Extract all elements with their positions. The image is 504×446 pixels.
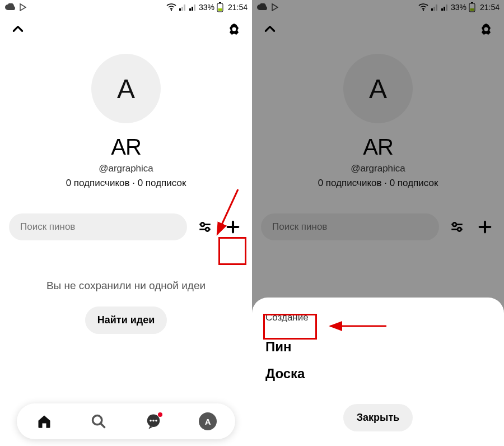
empty-state: Вы не сохранили ни одной идеи Найти идеи	[0, 280, 252, 334]
nav-search[interactable]	[86, 409, 111, 434]
sheet-option-pin[interactable]: Пин	[265, 333, 491, 360]
sliders-icon	[198, 220, 212, 234]
avatar-letter: A	[117, 73, 135, 104]
signal-2-icon	[189, 3, 197, 11]
svg-point-0	[171, 10, 172, 11]
avatar[interactable]: A	[91, 54, 161, 123]
clock-text: 21:54	[228, 3, 248, 12]
bottom-nav: A	[17, 403, 235, 439]
svg-point-5	[200, 222, 204, 226]
svg-point-11	[155, 420, 157, 422]
avatar-mini: A	[199, 412, 217, 430]
svg-point-10	[152, 420, 155, 422]
screen-create-sheet: 33% 21:54 A AR @argraphica 0 подписчиков…	[252, 0, 504, 446]
sheet-close-button[interactable]: Закрыть	[343, 404, 413, 431]
screen-profile: 33% 21:54 A AR @argraphica 0 подписчиков…	[0, 0, 252, 446]
sheet-option-board[interactable]: Доска	[265, 360, 491, 387]
add-button[interactable]	[223, 217, 243, 237]
gear-icon	[227, 22, 241, 36]
battery-icon	[217, 2, 223, 12]
home-icon	[36, 414, 52, 429]
svg-point-9	[150, 420, 152, 422]
svg-rect-3	[218, 8, 222, 11]
profile-section: A AR @argraphica 0 подписчиков · 0 подпи…	[0, 54, 252, 189]
profile-name: AR	[111, 134, 141, 160]
search-input[interactable]	[9, 213, 187, 240]
settings-button[interactable]	[224, 19, 244, 39]
search-icon	[91, 414, 106, 429]
wifi-icon	[166, 3, 176, 11]
empty-message: Вы не сохранили ни одной идеи	[35, 280, 217, 292]
nav-home[interactable]	[32, 409, 57, 434]
profile-stats: 0 подписчиков · 0 подписок	[66, 178, 186, 189]
search-row	[0, 213, 252, 240]
nav-profile[interactable]: A	[195, 409, 220, 434]
cloud-icon	[4, 3, 16, 11]
svg-point-6	[206, 227, 209, 231]
notification-badge	[158, 412, 162, 417]
play-store-icon	[19, 3, 27, 11]
chevron-up-button[interactable]	[8, 19, 28, 39]
annotation-box-plus	[218, 237, 246, 265]
signal-1-icon	[179, 3, 186, 11]
filter-button[interactable]	[195, 217, 215, 237]
sheet-title: Создание	[265, 312, 491, 323]
battery-pct: 33%	[199, 3, 214, 12]
app-header	[0, 15, 252, 44]
plus-icon	[225, 219, 241, 235]
find-ideas-button[interactable]: Найти идеи	[85, 306, 167, 334]
status-bar: 33% 21:54	[0, 0, 252, 15]
nav-notifications[interactable]	[141, 409, 166, 434]
chevron-up-icon	[11, 22, 25, 36]
profile-handle: @argraphica	[99, 163, 153, 174]
create-sheet: Создание Пин Доска Закрыть	[252, 298, 504, 446]
svg-point-4	[232, 27, 236, 31]
svg-rect-2	[219, 2, 221, 3]
